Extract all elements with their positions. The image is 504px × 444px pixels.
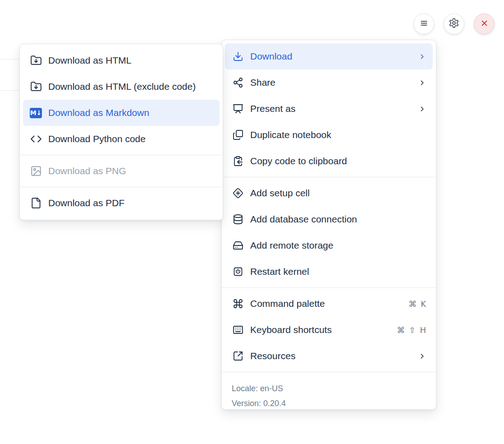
menu-item-download-as-png[interactable]: Download as PNG: [23, 158, 220, 184]
shortcut-hint: ⌘K: [408, 299, 426, 309]
menu-item-restart-kernel[interactable]: Restart kernel: [225, 259, 433, 285]
version-text: Version: 0.20.4: [232, 396, 426, 411]
database-icon: [232, 213, 244, 226]
menu-item-label: Resources: [250, 351, 295, 361]
notebook-menu-items: DownloadSharePresent asDuplicate noteboo…: [222, 43, 436, 375]
menu-item-download-as-markdown[interactable]: M↓Download as Markdown: [23, 100, 220, 126]
menu-item-command-palette[interactable]: Command palette⌘K: [225, 291, 433, 317]
hamburger-icon: [418, 18, 430, 31]
external-link-icon: [232, 350, 244, 362]
shortcut-key: ⇧: [409, 325, 416, 335]
download-icon: [232, 51, 244, 63]
menu-item-download-as-pdf[interactable]: Download as PDF: [23, 190, 220, 216]
clipboard-arrow-left-icon: [232, 155, 244, 167]
menu-item-download[interactable]: Download: [225, 43, 433, 69]
code-icon: [30, 133, 42, 145]
menu-item-label: Keyboard shortcuts: [250, 324, 332, 335]
power-square-icon: [232, 266, 244, 278]
menu-item-label: Add database connection: [250, 214, 357, 225]
file-icon: [30, 197, 42, 209]
chevron-right-icon: [418, 352, 426, 360]
menu-item-present-as[interactable]: Present as: [225, 96, 433, 122]
menu-item-keyboard-shortcuts[interactable]: Keyboard shortcuts⌘⇧H: [225, 317, 433, 343]
menu-item-label: Download: [250, 51, 292, 62]
menu-item-label: Download as PNG: [48, 166, 126, 176]
shortcut-key: K: [421, 299, 426, 309]
menu-separator: [222, 372, 436, 372]
menu-item-label: Download as HTML (exclude code): [48, 81, 196, 92]
presentation-icon: [232, 103, 244, 115]
menu-item-label: Download as PDF: [48, 198, 124, 208]
chevron-right-icon: [418, 79, 426, 87]
shutdown-button[interactable]: [474, 14, 495, 34]
menu-item-label: Share: [250, 77, 275, 88]
menu-item-label: Download as Markdown: [48, 107, 149, 118]
settings-button[interactable]: [444, 14, 464, 34]
menu-item-label: Add setup cell: [250, 188, 310, 199]
floating-action-toolbar: [413, 14, 495, 34]
menu-item-duplicate-notebook[interactable]: Duplicate notebook: [225, 122, 433, 148]
menu-item-label: Copy code to clipboard: [250, 156, 347, 166]
menu-footer: Locale: en-US Version: 0.20.4: [222, 377, 436, 414]
markdown-badge-icon: M↓: [30, 107, 42, 119]
shortcut-key: ⌘: [408, 299, 417, 309]
image-icon: [30, 165, 42, 177]
menu-separator: [20, 187, 223, 187]
menu-item-add-setup-cell[interactable]: Add setup cell: [225, 180, 433, 206]
shortcut-key: ⌘: [397, 325, 405, 335]
chevron-right-icon: [418, 53, 426, 60]
menu-item-share[interactable]: Share: [225, 69, 433, 96]
background-cell-border: [0, 90, 20, 91]
menu-item-label: Download Python code: [48, 134, 146, 144]
menu-item-download-as-html[interactable]: Download as HTML: [23, 47, 220, 74]
share-icon: [232, 77, 244, 89]
chevron-right-icon: [418, 105, 426, 113]
menu-item-add-database-connection[interactable]: Add database connection: [225, 206, 433, 232]
command-icon: [232, 298, 244, 310]
folder-down-icon: [30, 55, 42, 67]
menu-item-label: Restart kernel: [250, 266, 309, 277]
locale-text: Locale: en-US: [232, 381, 426, 396]
hard-drive-icon: [232, 240, 244, 252]
notebook-menu-button[interactable]: [413, 14, 434, 34]
menu-item-label: Download as HTML: [48, 55, 131, 66]
gear-icon: [449, 18, 459, 30]
menu-item-label: Present as: [250, 103, 295, 114]
menu-separator: [222, 287, 436, 288]
background-cell-border: [0, 59, 20, 60]
shortcut-hint: ⌘⇧H: [397, 325, 426, 335]
menu-separator: [20, 155, 223, 155]
menu-item-copy-code-to-clipboard[interactable]: Copy code to clipboard: [225, 148, 433, 174]
menu-item-add-remote-storage[interactable]: Add remote storage: [225, 232, 433, 259]
download-submenu: Download as HTMLDownload as HTML (exclud…: [19, 44, 223, 220]
close-icon: [479, 18, 490, 30]
menu-separator: [222, 177, 436, 177]
menu-item-label: Add remote storage: [250, 240, 333, 251]
keyboard-icon: [232, 324, 244, 336]
diamond-plus-icon: [232, 187, 244, 199]
menu-item-label: Command palette: [250, 298, 325, 309]
notebook-actions-menu: DownloadSharePresent asDuplicate noteboo…: [221, 40, 436, 410]
folder-down-icon: [30, 81, 42, 93]
menu-item-download-as-html-exclude-code[interactable]: Download as HTML (exclude code): [23, 74, 220, 100]
shortcut-key: H: [420, 325, 426, 335]
menu-item-download-python-code[interactable]: Download Python code: [23, 126, 220, 152]
copy-pages-icon: [232, 129, 244, 141]
menu-item-label: Duplicate notebook: [250, 130, 331, 140]
menu-item-resources[interactable]: Resources: [225, 343, 433, 369]
